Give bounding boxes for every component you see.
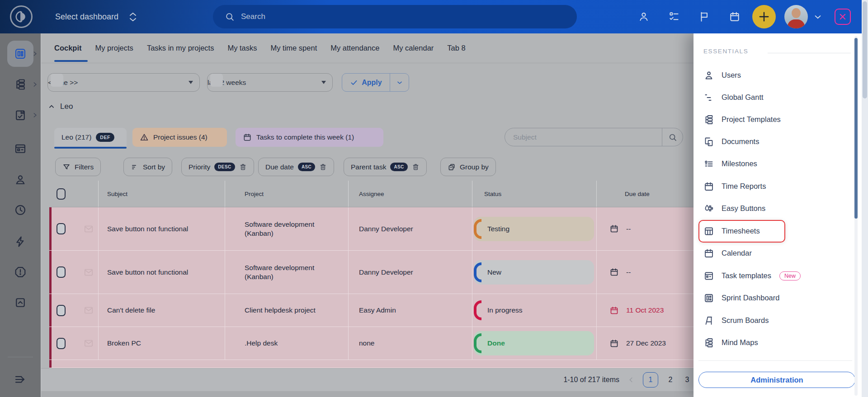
menu-item-global-gantt[interactable]: Global Gantt (703, 86, 848, 108)
row-checkbox[interactable] (57, 327, 66, 360)
cell-assignee[interactable]: Easy Admin (359, 294, 463, 327)
menu-item-easy-buttons[interactable]: Easy Buttons (703, 197, 848, 220)
status-badge[interactable]: In progress (474, 298, 594, 322)
sort-chip-priority[interactable]: Priority DESC (181, 158, 254, 176)
pagination-page-3[interactable]: 3 (683, 376, 692, 384)
menu-item-time-reports[interactable]: Time Reports (703, 175, 848, 197)
administration-button[interactable]: Administration (698, 372, 855, 388)
sort-chip-due-date[interactable]: Due date ASC (258, 158, 334, 176)
menu-item-milestones[interactable]: Milestones (703, 153, 848, 175)
tab-cockpit[interactable]: Cockpit (54, 44, 82, 52)
cell-project[interactable]: Software development (Kanban) (245, 251, 340, 294)
tab-my-projects[interactable]: My projects (95, 44, 133, 52)
status-badge[interactable]: New (474, 260, 594, 285)
sidebar-item-users[interactable] (0, 173, 41, 186)
menu-item-task-templates[interactable]: Task templates New (703, 265, 848, 287)
pagination-page-2[interactable]: 2 (666, 376, 675, 384)
chevron-down-icon[interactable] (813, 11, 823, 23)
column-header-status[interactable]: Status (484, 181, 501, 207)
query-tab-tasks-this-week[interactable]: Tasks to complete this week (1) (236, 128, 383, 147)
menu-item-documents[interactable]: Documents (703, 131, 848, 153)
table-row[interactable]: Broken PC .Help desk none Done 27 Dec 20… (49, 327, 694, 360)
column-header-subject[interactable]: Subject (107, 181, 127, 207)
tab-my-time-spent[interactable]: My time spent (271, 44, 317, 52)
panel-scrollbar-thumb[interactable] (854, 38, 858, 219)
row-checkbox[interactable] (57, 294, 66, 327)
tab-tasks-in-my-projects[interactable]: Tasks in my projects (147, 44, 214, 52)
trash-icon[interactable] (239, 163, 247, 171)
column-header-assignee[interactable]: Assignee (359, 181, 384, 207)
cell-subject[interactable]: Save button not functional (107, 251, 211, 294)
status-badge[interactable]: Testing (474, 217, 594, 241)
menu-item-timesheets[interactable]: Timesheets (703, 220, 848, 242)
sidebar-item-time[interactable] (0, 204, 41, 216)
menu-item-sprint-dashboard[interactable]: Sprint Dashboard (703, 287, 848, 309)
close-panel-button[interactable] (835, 9, 851, 25)
calendar-icon[interactable] (729, 11, 741, 23)
tab-8[interactable]: Tab 8 (447, 44, 465, 52)
trash-icon[interactable] (319, 163, 327, 171)
column-header-due-date[interactable]: Due date (625, 181, 650, 207)
query-tab-project-issues[interactable]: Project issues (4) (132, 128, 227, 147)
sort-by-button[interactable]: Sort by (123, 158, 172, 176)
menu-item-mind-maps[interactable]: Mind Maps (703, 332, 848, 354)
row-checkbox[interactable] (57, 251, 66, 294)
global-search[interactable]: Search (213, 5, 577, 28)
menu-item-users[interactable]: Users (703, 64, 848, 86)
panel-scrollbar[interactable] (854, 36, 858, 396)
flag-icon[interactable] (698, 11, 710, 23)
menu-item-project-templates[interactable]: Project Templates (703, 108, 848, 131)
query-tab-leo[interactable]: Leo (217) DEF (54, 128, 127, 147)
pagination-page-1[interactable]: 1 (643, 372, 658, 388)
menu-item-scrum-boards[interactable]: Scrum Boards (703, 309, 848, 332)
chevron-right-icon[interactable] (32, 111, 38, 119)
cell-due-date[interactable]: -- (609, 207, 631, 250)
page-scrollbar[interactable] (862, 0, 868, 397)
cell-assignee[interactable]: Danny Developer (359, 251, 463, 294)
app-logo[interactable] (10, 5, 33, 28)
cell-project[interactable]: .Help desk (245, 327, 340, 360)
column-header-project[interactable]: Project (245, 181, 264, 207)
chevron-right-icon[interactable] (32, 80, 38, 89)
task-list-icon[interactable] (668, 11, 680, 23)
row-checkbox[interactable] (57, 207, 66, 250)
cell-project[interactable]: Software development (Kanban) (245, 207, 340, 250)
cell-subject[interactable]: Broken PC (107, 327, 211, 360)
status-badge[interactable]: Done (474, 331, 594, 355)
tab-my-attendance[interactable]: My attendance (330, 44, 379, 52)
table-row[interactable]: Save button not functional Software deve… (49, 251, 694, 294)
user-avatar[interactable] (784, 5, 808, 28)
apply-options-button[interactable] (390, 74, 409, 91)
tab-my-calendar[interactable]: My calendar (393, 44, 434, 52)
table-row[interactable]: Save button not functional Software deve… (49, 207, 694, 251)
table-row[interactable]: Can't delete file Client helpdesk projec… (49, 294, 694, 327)
horizontal-scrollbar-area[interactable] (41, 391, 693, 397)
cell-assignee[interactable]: none (359, 327, 463, 360)
sort-chip-parent-task[interactable]: Parent task ASC (344, 158, 427, 176)
cell-due-date[interactable]: -- (609, 251, 631, 294)
dashboard-selector[interactable]: Select dashboard (55, 0, 137, 33)
page-scrollbar-thumb[interactable] (863, 1, 867, 98)
group-by-button[interactable]: Group by (440, 158, 496, 176)
section-header-leo[interactable]: Leo (47, 102, 73, 111)
cell-due-date[interactable]: 11 Oct 2023 (609, 294, 664, 327)
cell-due-date[interactable]: 27 Dec 2023 (609, 327, 666, 360)
user-icon[interactable] (638, 11, 650, 23)
sidebar-item-pages[interactable] (0, 142, 41, 155)
sidebar-item-actions[interactable] (0, 235, 41, 248)
tab-my-tasks[interactable]: My tasks (227, 44, 257, 52)
quick-add-button[interactable] (752, 5, 776, 28)
subject-search-button[interactable] (662, 128, 683, 146)
subject-search-input[interactable] (505, 128, 662, 146)
filters-button[interactable]: Filters (55, 158, 101, 176)
period-filter-dropdown[interactable]: last 2 weeks (207, 73, 333, 92)
sidebar-expand-toggle[interactable] (0, 373, 41, 386)
cell-project[interactable]: Client helpdesk project (245, 294, 340, 327)
sidebar-item-alerts[interactable] (0, 266, 41, 278)
pagination-prev[interactable] (627, 376, 635, 384)
menu-item-calendar[interactable]: Calendar (703, 242, 848, 264)
sidebar-item-inbox[interactable] (0, 296, 41, 309)
cell-subject[interactable]: Can't delete file (107, 294, 211, 327)
trash-icon[interactable] (412, 163, 420, 171)
cell-assignee[interactable]: Danny Developer (359, 207, 463, 250)
